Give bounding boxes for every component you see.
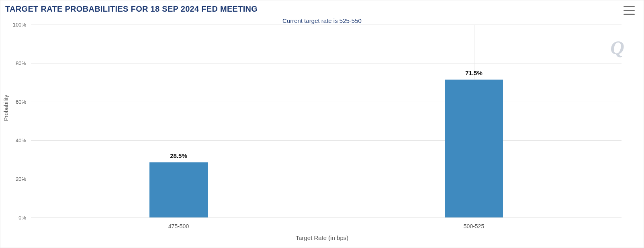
grid-line	[31, 25, 622, 25]
y-tick-label: 20%	[16, 176, 31, 182]
bar-value-label: 71.5%	[465, 70, 482, 80]
bar[interactable]	[445, 80, 503, 217]
y-tick-label: 100%	[13, 22, 31, 28]
bar[interactable]	[149, 162, 208, 217]
chart-container: TARGET RATE PROBABILITIES FOR 18 SEP 202…	[0, 0, 644, 248]
plot-area: 0%20%40%60%80%100%28.5%475-50071.5%500-5…	[31, 25, 622, 218]
grid-line	[31, 140, 622, 141]
grid-line	[31, 102, 622, 102]
grid-line	[31, 63, 622, 64]
x-tick-label: 500-525	[464, 217, 484, 230]
chart-subtitle: Current target rate is 525-550	[0, 17, 644, 24]
x-axis-label: Target Rate (in bps)	[0, 234, 644, 241]
hamburger-icon	[624, 10, 635, 11]
y-tick-label: 40%	[16, 137, 31, 143]
y-tick-label: 60%	[16, 99, 31, 105]
y-tick-label: 80%	[16, 60, 31, 66]
grid-line	[31, 179, 622, 179]
hamburger-icon	[624, 6, 635, 7]
chart-menu-button[interactable]	[624, 6, 635, 15]
bar-value-label: 28.5%	[170, 152, 187, 162]
y-axis-label: Probability	[3, 95, 9, 121]
x-tick-label: 475-500	[168, 217, 189, 230]
hamburger-icon	[624, 14, 635, 15]
chart-title: TARGET RATE PROBABILITIES FOR 18 SEP 202…	[5, 4, 258, 14]
grid-line	[31, 217, 622, 218]
y-tick-label: 0%	[18, 215, 31, 221]
